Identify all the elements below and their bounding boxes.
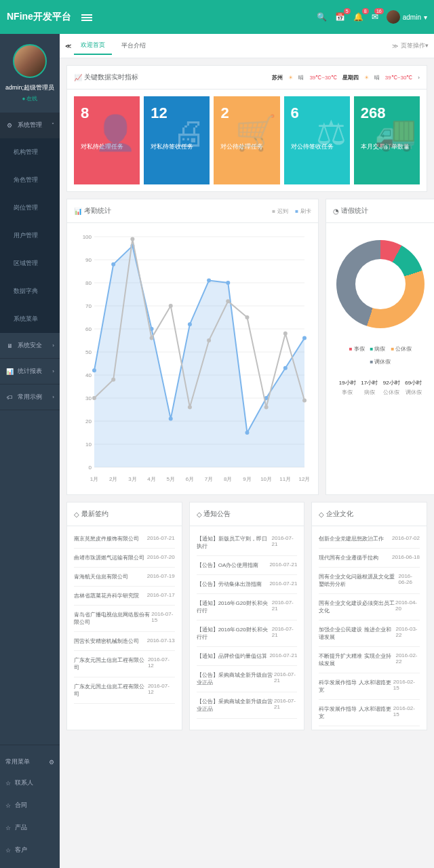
favorite-item[interactable]: ☆产品 — [0, 816, 60, 839]
legend-item[interactable]: 调休假 — [370, 358, 391, 366]
svg-text:7月: 7月 — [205, 476, 213, 482]
list-row[interactable]: 吉林省蔬菜花卉科学研究院2016-07-17 — [74, 587, 175, 606]
svg-point-36 — [111, 262, 115, 267]
legend-item[interactable]: 病假 — [370, 345, 386, 353]
svg-point-39 — [169, 417, 173, 421]
list-row[interactable]: 青岛省广播电视信息网络股份有限公司2016-07-15 — [74, 606, 175, 632]
tab-nav-right[interactable]: ≫ — [392, 43, 398, 50]
chevron-right-icon[interactable]: › — [418, 75, 420, 81]
list-row[interactable]: 曲靖市珠源燃气运输有限公司2016-07-20 — [74, 549, 175, 568]
list-row[interactable]: 【通知】2016年G20财长和央行行2016-07-21 — [197, 594, 298, 620]
submenu-item[interactable]: 用户管理 — [0, 222, 60, 250]
stat-card[interactable]: 8对私待处理任务👤 — [74, 96, 140, 184]
favorites-header: 常用菜单⚙ — [0, 752, 60, 772]
legend-swipe[interactable]: 刷卡 — [295, 208, 311, 215]
menu-item[interactable]: ⚙系统管理˅ — [0, 113, 60, 138]
svg-point-55 — [245, 315, 249, 319]
list-row[interactable]: 现代国有企业遵循手拉构2016-06-18 — [319, 549, 420, 568]
svg-text:30: 30 — [85, 395, 92, 401]
list-row[interactable]: 科学发展作指导 人水和谐路更宽2016-02-15 — [319, 673, 420, 700]
svg-text:9月: 9月 — [243, 476, 251, 482]
stat-card[interactable]: 2对公待处理任务🛒 — [214, 96, 279, 184]
profile-avatar — [13, 44, 47, 78]
tab-home[interactable]: 欢迎首页 — [74, 37, 112, 55]
svg-text:11月: 11月 — [279, 476, 291, 482]
menu-toggle[interactable] — [81, 13, 92, 21]
brand-logo: NFine开发平台 — [7, 11, 71, 23]
list-row[interactable]: 【通知】新版员工守则，即日执行2016-07-21 — [197, 530, 298, 556]
svg-point-49 — [130, 237, 134, 241]
search-icon[interactable]: 🔍 — [317, 12, 327, 22]
svg-text:3月: 3月 — [128, 476, 136, 482]
list-row[interactable]: 广东友元国土信息工程有限公司2016-07-12 — [74, 651, 175, 677]
list-row[interactable]: 【通知】2016年G20财长和央行行2016-07-21 — [197, 620, 298, 647]
bell-icon[interactable]: 🔔8 — [353, 12, 363, 22]
favorite-item[interactable]: ☆客户 — [0, 839, 60, 861]
svg-point-48 — [111, 378, 115, 382]
svg-point-56 — [264, 406, 269, 410]
svg-text:70: 70 — [85, 303, 92, 309]
gear-icon[interactable]: ⚙ — [49, 759, 54, 766]
svg-text:12月: 12月 — [299, 476, 311, 482]
svg-text:90: 90 — [85, 257, 92, 263]
avatar — [387, 10, 400, 24]
list-row[interactable]: 【公告】采购商城全新升级自营业正品2016-07-21 — [197, 692, 298, 719]
tab-ops[interactable]: 页签操作▾ — [401, 41, 429, 50]
submenu-item[interactable]: 岗位管理 — [0, 194, 60, 222]
weather-widget: 苏州☀晴39℃~30℃ 星期四☀晴39℃~30℃ › — [272, 74, 420, 81]
list-row[interactable]: 【公告】采购商城全新升级自营业正品2016-07-21 — [197, 666, 298, 692]
stat-card[interactable]: 6对公待签收任务⚖ — [284, 96, 350, 184]
menu-item[interactable]: 🏷常用示例› — [0, 384, 60, 410]
svg-point-47 — [92, 396, 96, 400]
submenu-item[interactable]: 系统菜单 — [0, 305, 60, 333]
menu-item[interactable]: 📊统计报表› — [0, 359, 60, 384]
list-row[interactable]: 科学发展作指导 人水和谐路更宽2016-02-15 — [319, 700, 420, 726]
list-row[interactable]: 国有企业文化建设必须突出员工文化2016-04-20 — [319, 594, 420, 620]
bar-chart-icon: 📊 — [74, 208, 82, 215]
list-row[interactable]: 南京莫愁皮件服饰有限公司2016-07-21 — [74, 530, 175, 549]
list-row[interactable]: 加强企业公民建设 推进企业和谐发展2016-03-22 — [319, 620, 420, 647]
svg-marker-34 — [94, 246, 304, 467]
svg-point-50 — [150, 336, 154, 340]
submenu-item[interactable]: 机构管理 — [0, 138, 60, 166]
svg-text:4月: 4月 — [147, 476, 155, 482]
svg-text:10: 10 — [85, 441, 92, 448]
legend-late[interactable]: 迟到 — [272, 208, 288, 215]
svg-text:0: 0 — [89, 465, 92, 471]
svg-text:50: 50 — [85, 349, 92, 355]
list-row[interactable]: 【通知】品牌价值约量值估算2016-07-21 — [197, 647, 298, 666]
list-row[interactable]: 【公告】劳动集体出游指南2016-07-21 — [197, 575, 298, 594]
mail-icon[interactable]: ✉16 — [372, 12, 378, 22]
favorite-item[interactable]: ☆合同 — [0, 794, 60, 816]
svg-text:6月: 6月 — [186, 476, 194, 482]
chart-icon: 📈 — [74, 74, 82, 81]
list-row[interactable]: 青海航天信息有限公司2016-07-19 — [74, 568, 175, 587]
svg-point-51 — [169, 304, 173, 308]
calendar-icon[interactable]: 📅5 — [335, 12, 345, 22]
submenu-item[interactable]: 区域管理 — [0, 250, 60, 277]
menu-item[interactable]: 🖥系统安全› — [0, 333, 60, 359]
list-row[interactable]: 【公告】OA办公使用指南2016-07-21 — [197, 556, 298, 575]
svg-text:8月: 8月 — [224, 476, 232, 482]
tab-nav-left[interactable]: ≪ — [65, 43, 71, 50]
donut-chart — [336, 240, 425, 328]
svg-point-45 — [283, 366, 288, 370]
list-row[interactable]: 创新企业党建思想政治工作2016-07-02 — [319, 530, 420, 549]
legend-item[interactable]: 公休假 — [391, 345, 412, 353]
user-menu[interactable]: admin▾ — [387, 10, 427, 24]
stat-card[interactable]: 268本月交易订单数量🚚 — [354, 96, 420, 184]
svg-point-41 — [207, 279, 211, 283]
legend-item[interactable]: 事假 — [349, 345, 365, 353]
list-row[interactable]: 国有企业文化问题根源及文化重塑纸劳分析2016-06-26 — [319, 568, 420, 594]
svg-text:5月: 5月 — [167, 476, 175, 482]
favorite-item[interactable]: ☆联系人 — [0, 772, 60, 794]
submenu-item[interactable]: 角色管理 — [0, 166, 60, 194]
submenu-item[interactable]: 数据字典 — [0, 277, 60, 305]
tab-platform[interactable]: 平台介绍 — [115, 37, 153, 54]
donut-title: 请假统计 — [341, 206, 368, 216]
list-row[interactable]: 国营长安精密机械制造公司2016-07-13 — [74, 632, 175, 651]
list-row[interactable]: 不断提升扩大精准 实现企业持续发展2016-02-22 — [319, 647, 420, 673]
svg-text:100: 100 — [83, 234, 92, 240]
stat-card[interactable]: 12对私待签收任务🖨 — [144, 96, 210, 184]
list-row[interactable]: 广东友元国土信息工程有限公司2016-07-12 — [74, 677, 175, 704]
